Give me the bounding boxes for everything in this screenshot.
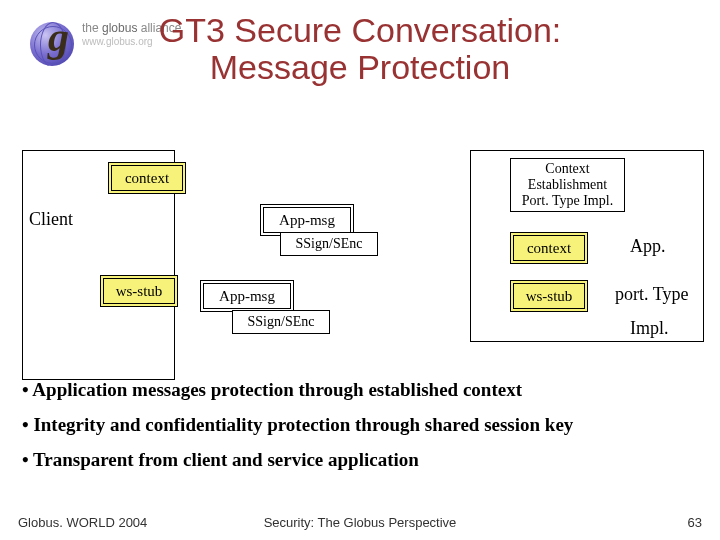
title-line-2: Message Protection	[210, 48, 511, 86]
title-line-1: GT3 Secure Conversation:	[159, 11, 562, 49]
footer-page: 63	[688, 515, 702, 530]
ssign-senc-box-1: SSign/SEnc	[280, 232, 378, 256]
bullet-3: • Transparent from client and service ap…	[22, 450, 698, 469]
server-context-box: context	[510, 232, 588, 264]
client-wsstub-box: ws-stub	[100, 275, 178, 307]
diagram: Client context ws-stub App-msg SSign/SEn…	[0, 140, 720, 350]
app-label: App.	[630, 236, 666, 257]
bullet-2: • Integrity and confidentiality protecti…	[22, 415, 698, 434]
impl-label: Impl.	[630, 318, 669, 339]
bullet-1: • Application messages protection throug…	[22, 380, 698, 399]
client-label: Client	[29, 209, 73, 230]
ssign-senc-box-2: SSign/SEnc	[232, 310, 330, 334]
footer-center: Security: The Globus Perspective	[0, 515, 720, 530]
slide: g the globus alliance www.globus.org GT3…	[0, 0, 720, 540]
bullet-list: • Application messages protection throug…	[22, 380, 698, 485]
porttype-label: port. Type	[615, 284, 688, 305]
app-msg-box-2: App-msg	[200, 280, 294, 312]
slide-title: GT3 Secure Conversation: Message Protect…	[0, 12, 720, 87]
context-establishment-box: Context Establishment Port. Type Impl.	[510, 158, 625, 212]
server-wsstub-box: ws-stub	[510, 280, 588, 312]
client-context-box: context	[108, 162, 186, 194]
